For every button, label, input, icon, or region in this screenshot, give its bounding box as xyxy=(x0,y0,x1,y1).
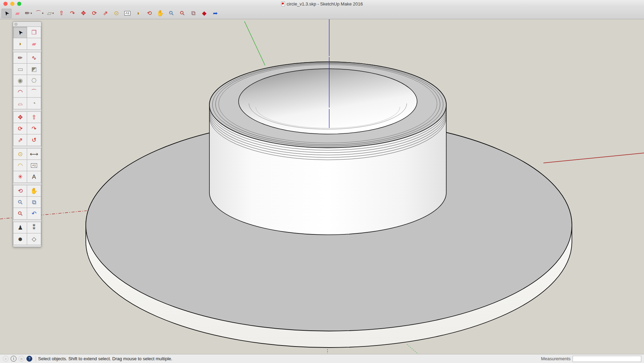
tape-measure-tool-button[interactable]: ⊙ xyxy=(13,148,27,160)
shapes-tool-button[interactable]: ▱ ▾ xyxy=(45,9,56,18)
move-tool-button[interactable]: ✥ xyxy=(13,112,27,123)
measurements-label: Measurements xyxy=(541,356,571,361)
rotate-tool-button[interactable]: ⟳ xyxy=(13,123,27,134)
rectangle-tool-button[interactable]: ▭ xyxy=(13,64,27,75)
position-camera-tool-button[interactable]: ♟ xyxy=(13,222,27,233)
two-point-arc-tool-button[interactable]: ⌒ xyxy=(27,86,41,98)
geolocation-icon: ● xyxy=(4,357,7,361)
palette-close-button[interactable] xyxy=(14,23,18,26)
polygon-icon: ⎔ xyxy=(32,78,37,84)
zoom-tool-button[interactable]: ⚲ xyxy=(13,197,27,208)
arc-tool-button[interactable]: ◠ xyxy=(13,86,27,98)
orbit-tool-button[interactable]: ⟲ ▾ xyxy=(144,9,154,18)
status-icons: ●i☻? xyxy=(3,356,32,362)
select-tool-button[interactable]: ➤ xyxy=(13,27,27,38)
scale-tool-button[interactable]: ⇗ ▾ xyxy=(100,9,111,18)
shapes-tool-dropdown[interactable]: ▾ xyxy=(53,12,54,15)
section-plane-tool-button[interactable]: ◇ xyxy=(27,233,41,245)
arc-icon: ◠ xyxy=(18,89,23,95)
line-tool-button[interactable]: ✏ ▾ xyxy=(23,9,34,18)
make-component-tool-button[interactable]: ❒ xyxy=(27,27,41,38)
arc-tool-button[interactable]: ⌒ ▾ xyxy=(34,9,45,18)
push-pull-tool-button[interactable]: ⇧ xyxy=(27,112,41,123)
protractor-tool-button[interactable]: ◠ xyxy=(13,160,27,171)
measurements-input[interactable] xyxy=(573,356,641,362)
move-icon: ✥ xyxy=(18,114,23,120)
credits-status-button[interactable]: i xyxy=(11,356,16,362)
text-tool-button[interactable]: A1 xyxy=(27,160,41,171)
polygon-tool-button[interactable]: ⎔ xyxy=(27,75,41,86)
pie-tool-button[interactable]: ◔ xyxy=(27,98,41,109)
paint-bucket-tool-button[interactable]: ◗ ▾ xyxy=(133,9,143,18)
move-tool-button[interactable]: ✥ ▾ xyxy=(78,9,89,18)
scene-canvas[interactable] xyxy=(0,19,644,354)
close-window-button[interactable] xyxy=(3,2,8,6)
zoom-window-button[interactable] xyxy=(17,2,21,6)
rotated-rectangle-icon: ◩ xyxy=(31,66,37,72)
cylinder-inner-opening[interactable] xyxy=(239,69,417,134)
extension-warehouse-icon: ◆ xyxy=(202,10,206,16)
text-tool-button[interactable]: A1 ▾ xyxy=(122,9,133,18)
zoom-extents-icon: ⚲ xyxy=(179,10,186,17)
pan-tool-button[interactable]: ✋ xyxy=(27,185,41,197)
traffic-lights xyxy=(3,2,21,6)
get-models-tool-button[interactable]: ⧉ ▾ xyxy=(188,9,198,18)
text-icon: A1 xyxy=(31,163,37,168)
three-d-text-tool-button[interactable]: A xyxy=(27,171,41,183)
zoom-extents-tool-button[interactable]: ⚲ ▾ xyxy=(177,9,187,18)
three-point-arc-tool-button[interactable]: ⌓ xyxy=(13,98,27,109)
zoom-tool-button[interactable]: ⚲ ▾ xyxy=(166,9,176,18)
dimension-icon: ⟷ xyxy=(30,151,38,157)
axes-icon: ✳ xyxy=(18,174,23,180)
axes-tool-button[interactable]: ✳ xyxy=(13,171,27,183)
follow-me-tool-button[interactable]: ↷ ▾ xyxy=(67,9,78,18)
dimension-tool-button[interactable]: ⟷ xyxy=(27,148,41,160)
push-pull-tool-button[interactable]: ⇧ ▾ xyxy=(56,9,67,18)
rectangle-icon: ▭ xyxy=(18,66,23,72)
select-tool-button[interactable]: ➤ ▾ xyxy=(1,9,12,18)
orbit-icon: ⟲ xyxy=(18,188,23,194)
status-divider xyxy=(36,356,36,362)
zoom-window-tool-button[interactable]: ⧉ xyxy=(27,197,41,208)
previous-view-tool-button[interactable]: ↶ xyxy=(27,208,41,219)
zoom-window-icon: ⧉ xyxy=(32,199,36,205)
sign-in-icon: ☻ xyxy=(20,357,23,361)
orbit-tool-button[interactable]: ⟲ xyxy=(13,185,27,197)
sign-in-status-button[interactable]: ☻ xyxy=(19,356,24,362)
status-bar: ●i☻? Select objects. Shift to extend sel… xyxy=(0,354,644,363)
minimize-window-button[interactable] xyxy=(10,2,14,6)
rotated-rectangle-tool-button[interactable]: ◩ xyxy=(27,64,41,75)
paint-bucket-tool-button[interactable]: ◗ xyxy=(13,38,27,50)
model-viewport[interactable] xyxy=(0,19,644,354)
line-tool-button[interactable]: ✏ xyxy=(13,52,27,64)
extension-warehouse-tool-button[interactable]: ◆ ▾ xyxy=(199,9,209,18)
make-component-icon: ❒ xyxy=(31,30,36,35)
freehand-tool-button[interactable]: ∿ xyxy=(27,52,41,64)
tape-measure-tool-button[interactable]: ⊙ ▾ xyxy=(111,9,122,18)
tape-measure-icon: ⊙ xyxy=(18,151,23,157)
eraser-tool-button[interactable]: ▰ xyxy=(27,38,41,50)
geolocation-status-button[interactable]: ● xyxy=(3,356,9,362)
document-icon xyxy=(281,1,285,6)
zoom-extents-tool-button[interactable]: ⚲ xyxy=(13,208,27,219)
help-status-button[interactable]: ? xyxy=(26,356,32,362)
line-tool-dropdown[interactable]: ▾ xyxy=(31,12,32,15)
push-pull-icon: ⇧ xyxy=(32,114,36,120)
tape-measure-icon: ⊙ xyxy=(114,10,119,16)
palette-group-modification: ✥⇧⟳↷⇗↺ xyxy=(13,112,41,146)
arc-tool-dropdown[interactable]: ▾ xyxy=(42,12,43,15)
follow-me-tool-button[interactable]: ↷ xyxy=(27,123,41,134)
rotate-tool-button[interactable]: ⟳ ▾ xyxy=(89,9,100,18)
scale-tool-button[interactable]: ⇗ xyxy=(13,134,27,146)
palette-group-drawing: ✏∿▭◩◉⎔◠⌒⌓◔ xyxy=(13,52,41,109)
look-around-tool-button[interactable]: ☻ xyxy=(13,233,27,245)
walk-tool-button[interactable]: ⁑ xyxy=(27,222,41,233)
offset-tool-button[interactable]: ↺ xyxy=(27,134,41,146)
pan-tool-button[interactable]: ✋ ▾ xyxy=(155,9,165,18)
palette-titlebar[interactable] xyxy=(13,22,41,27)
eraser-tool-button[interactable]: ▰ ▾ xyxy=(12,9,23,18)
circle-tool-button[interactable]: ◉ xyxy=(13,75,27,86)
zoom-extents-icon: ⚲ xyxy=(17,210,24,217)
send-to-layout-tool-button[interactable]: ➦ ▾ xyxy=(210,9,220,18)
pan-icon: ✋ xyxy=(30,188,37,194)
